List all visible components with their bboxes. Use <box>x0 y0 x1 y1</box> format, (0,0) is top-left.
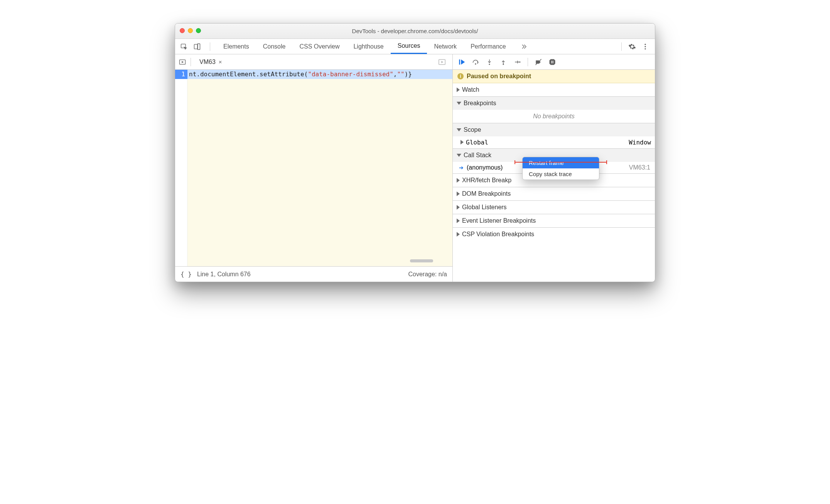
section-title: CSP Violation Breakpoints <box>462 231 534 238</box>
editor-line-1[interactable]: 1 nt.documentElement.setAttribute("data-… <box>175 70 452 79</box>
window-close-button[interactable] <box>180 28 185 33</box>
tab-lighthouse[interactable]: Lighthouse <box>346 39 390 54</box>
resume-icon[interactable] <box>457 58 466 66</box>
info-icon: i <box>457 73 464 79</box>
section-global-listeners: Global Listeners <box>453 201 655 214</box>
context-menu: Restart frame Copy stack trace <box>522 157 599 180</box>
svg-rect-10 <box>459 59 460 64</box>
kebab-menu-icon[interactable] <box>641 42 649 51</box>
svg-marker-7 <box>182 61 184 63</box>
svg-marker-11 <box>461 59 465 64</box>
section-title: DOM Breakpoints <box>462 190 511 197</box>
window-title: DevTools - developer.chrome.com/docs/dev… <box>175 28 655 34</box>
chevron-right-icon <box>457 192 460 196</box>
window-controls <box>180 28 201 33</box>
navigator-toggle-icon[interactable] <box>178 58 187 66</box>
chevron-right-icon <box>457 232 460 237</box>
inspect-element-icon[interactable] <box>180 42 188 51</box>
window-minimize-button[interactable] <box>188 28 193 33</box>
svg-rect-18 <box>553 60 553 63</box>
file-tab-vm63[interactable]: VM63 × <box>194 54 228 69</box>
svg-point-15 <box>519 61 520 62</box>
chevron-right-icon <box>457 87 460 92</box>
code-editor[interactable]: 1 nt.documentElement.setAttribute("data-… <box>175 70 452 266</box>
separator <box>621 42 622 51</box>
titlebar: DevTools - developer.chrome.com/docs/dev… <box>175 24 655 39</box>
chevron-down-icon <box>457 102 461 105</box>
paused-label: Paused on breakpoint <box>467 73 531 80</box>
sources-left-pane: VM63 × 1 nt.documentElement.setAttribute… <box>175 54 453 282</box>
gear-icon[interactable] <box>628 42 636 51</box>
section-header-event-listener[interactable]: Event Listener Breakpoints <box>453 214 655 227</box>
section-title: Scope <box>464 126 481 133</box>
annotation-strikethrough <box>515 162 607 163</box>
line-number[interactable]: 1 <box>175 70 187 79</box>
paused-banner: i Paused on breakpoint <box>453 70 655 83</box>
file-tab-label: VM63 <box>199 59 216 66</box>
section-breakpoints: Breakpoints No breakpoints <box>453 97 655 123</box>
window-maximize-button[interactable] <box>196 28 201 33</box>
chevron-right-double-icon <box>520 42 528 51</box>
tab-console[interactable]: Console <box>256 39 293 54</box>
chevron-down-icon <box>457 154 461 157</box>
current-frame-icon: ➔ <box>459 165 464 171</box>
snippet-run-icon[interactable] <box>438 58 446 66</box>
section-header-csp[interactable]: CSP Violation Breakpoints <box>453 228 655 241</box>
tab-performance[interactable]: Performance <box>464 39 513 54</box>
section-title: Call Stack <box>464 152 491 159</box>
separator <box>528 58 528 66</box>
editor-body <box>187 79 452 266</box>
step-over-icon[interactable] <box>471 58 480 66</box>
step-into-icon[interactable] <box>485 58 494 66</box>
svg-rect-17 <box>552 60 552 63</box>
gutter <box>175 79 187 266</box>
frame-name: (anonymous) <box>467 164 503 171</box>
deactivate-breakpoints-icon[interactable] <box>534 58 543 66</box>
section-header-scope[interactable]: Scope <box>453 123 655 136</box>
chevron-right-icon <box>457 178 460 183</box>
section-csp-breakpoints: CSP Violation Breakpoints <box>453 228 655 241</box>
section-event-listener-breakpoints: Event Listener Breakpoints <box>453 214 655 228</box>
tab-css-overview[interactable]: CSS Overview <box>292 39 346 54</box>
section-header-watch[interactable]: Watch <box>453 83 655 96</box>
context-menu-item-label: Restart frame <box>529 160 564 166</box>
scope-global-row[interactable]: Global Window <box>453 136 655 148</box>
svg-point-5 <box>644 48 646 49</box>
close-icon[interactable]: × <box>219 59 222 65</box>
no-breakpoints-label: No breakpoints <box>453 110 655 123</box>
content-area: VM63 × 1 nt.documentElement.setAttribute… <box>175 54 655 282</box>
svg-point-12 <box>475 63 476 64</box>
section-title: XHR/fetch Breakp <box>462 177 511 184</box>
debug-toolbar <box>453 54 655 70</box>
section-scope: Scope Global Window <box>453 123 655 149</box>
tabs-overflow[interactable] <box>513 39 535 54</box>
svg-point-4 <box>644 46 646 47</box>
section-watch: Watch <box>453 83 655 97</box>
pretty-print-icon[interactable]: { } <box>181 270 197 278</box>
context-menu-copy-stack-trace[interactable]: Copy stack trace <box>523 168 599 180</box>
tab-elements[interactable]: Elements <box>216 39 256 54</box>
device-toolbar-icon[interactable] <box>193 42 201 51</box>
section-header-dom[interactable]: DOM Breakpoints <box>453 187 655 200</box>
chevron-right-icon <box>461 140 464 144</box>
cursor-position: Line 1, Column 676 <box>197 271 251 278</box>
context-menu-restart-frame[interactable]: Restart frame <box>523 157 599 168</box>
section-header-breakpoints[interactable]: Breakpoints <box>453 97 655 110</box>
devtools-window: DevTools - developer.chrome.com/docs/dev… <box>175 23 655 282</box>
file-tabbar: VM63 × <box>175 54 452 70</box>
debugger-pane: i Paused on breakpoint Watch Breakpoints… <box>453 54 655 282</box>
chevron-right-icon <box>457 218 460 223</box>
step-icon[interactable] <box>513 58 521 66</box>
pause-on-exceptions-icon[interactable] <box>548 58 557 66</box>
coverage-status: Coverage: n/a <box>408 271 447 278</box>
tab-sources[interactable]: Sources <box>391 39 427 54</box>
section-title: Watch <box>462 86 479 93</box>
horizontal-scrollbar-thumb[interactable] <box>410 259 433 262</box>
tab-network[interactable]: Network <box>427 39 464 54</box>
step-out-icon[interactable] <box>499 58 508 66</box>
chevron-down-icon <box>457 128 461 131</box>
section-header-global-listeners[interactable]: Global Listeners <box>453 201 655 214</box>
section-title: Global Listeners <box>462 204 507 211</box>
svg-point-13 <box>489 64 490 65</box>
main-tabstrip: Elements Console CSS Overview Lighthouse… <box>175 39 655 54</box>
